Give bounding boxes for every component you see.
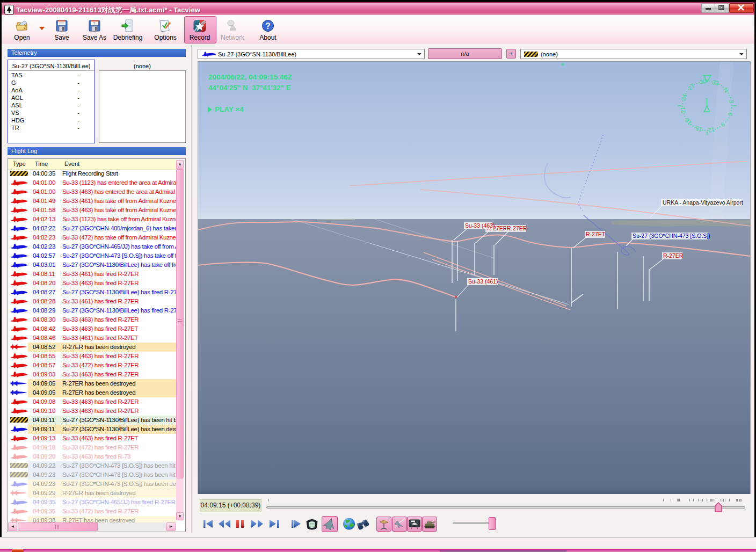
- svg-text:R-27ER: R-27ER: [507, 225, 527, 231]
- svg-text:URKA - Anapa-Vityazevo Airport: URKA - Anapa-Vityazevo Airport: [663, 199, 743, 206]
- svg-text:Su-27 (3GO*CHN-473 [S.O.S]): Su-27 (3GO*CHN-473 [S.O.S]): [633, 233, 710, 239]
- svg-text:44°04'25" N 37°41'32" E: 44°04'25" N 37°41'32" E: [208, 84, 291, 92]
- svg-text:Su-33 (463): Su-33 (463): [465, 222, 495, 229]
- svg-text:R-27ER: R-27ER: [663, 252, 684, 259]
- svg-text:21: 21: [679, 106, 687, 114]
- svg-text:?: ?: [93, 21, 96, 26]
- svg-text:12: 12: [708, 126, 715, 134]
- svg-text:2004/06/22, 04:09:15.46Z: 2004/06/22, 04:09:15.46Z: [208, 73, 292, 81]
- svg-text:PLAY ×4: PLAY ×4: [215, 105, 244, 113]
- svg-text:30: 30: [699, 78, 707, 85]
- svg-text:Su-33 (461): Su-33 (461): [468, 278, 498, 285]
- svg-text:?: ?: [265, 21, 271, 31]
- svg-text:R-27ET: R-27ET: [586, 231, 606, 237]
